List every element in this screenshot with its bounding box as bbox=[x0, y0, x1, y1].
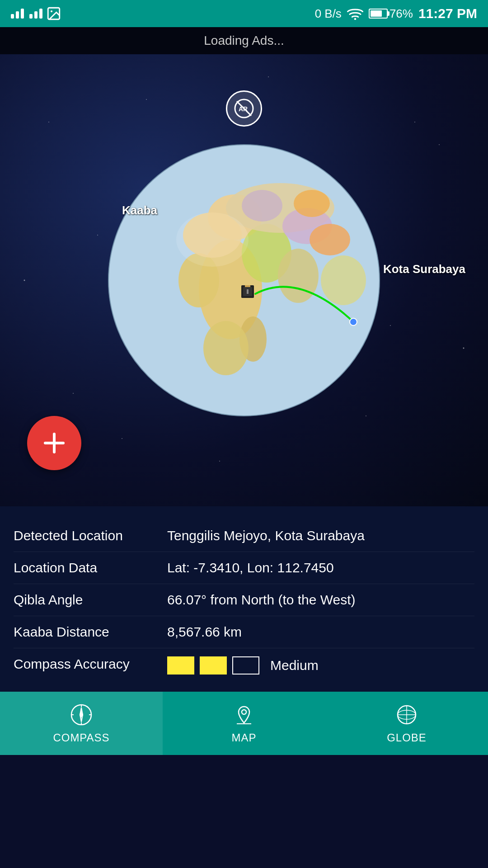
svg-point-13 bbox=[321, 255, 366, 305]
signal2-icon bbox=[29, 9, 42, 19]
signal-icon bbox=[11, 9, 24, 19]
accuracy-bar-3 bbox=[232, 656, 259, 675]
svg-point-12 bbox=[278, 249, 319, 303]
svg-point-2 bbox=[354, 18, 357, 20]
fab-button[interactable] bbox=[27, 416, 81, 470]
accuracy-bar-2 bbox=[200, 656, 227, 675]
qibla-angle-label: Qibla Angle bbox=[14, 592, 158, 608]
globe-icon bbox=[395, 703, 418, 728]
status-bar: 0 B/s 76% 11:27 PM bbox=[0, 0, 488, 27]
kaaba-distance-value: 8,567.66 km bbox=[167, 624, 474, 640]
location-data-label: Location Data bbox=[14, 560, 158, 576]
globe-area[interactable]: AR bbox=[0, 54, 488, 506]
svg-point-27 bbox=[350, 318, 357, 326]
globe-visualization bbox=[90, 127, 398, 434]
info-panel: Detected Location Tenggilis Mejoyo, Kota… bbox=[0, 506, 488, 692]
bottom-nav: COMPASS MAP GLOBE bbox=[0, 692, 488, 755]
svg-point-41 bbox=[242, 710, 246, 714]
nav-compass-label: COMPASS bbox=[53, 731, 109, 744]
detected-location-value: Tenggilis Mejoyo, Kota Surabaya bbox=[167, 528, 474, 543]
svg-point-16 bbox=[203, 321, 249, 375]
nav-globe-label: GLOBE bbox=[387, 731, 427, 744]
ar-button[interactable]: AR bbox=[226, 90, 262, 127]
compass-accuracy-row: Compass Accuracy Medium bbox=[14, 648, 474, 683]
qibla-angle-value: 66.07° from North (to the West) bbox=[167, 592, 474, 608]
compass-accuracy-label: Compass Accuracy bbox=[14, 656, 158, 672]
qibla-angle-row: Qibla Angle 66.07° from North (to the We… bbox=[14, 584, 474, 616]
svg-point-1 bbox=[51, 10, 52, 12]
time-display: 11:27 PM bbox=[418, 6, 477, 21]
accuracy-bar-1 bbox=[167, 656, 194, 675]
svg-point-29 bbox=[176, 212, 249, 267]
battery-pct: 76% bbox=[389, 7, 413, 21]
battery-indicator: 76% bbox=[369, 7, 413, 21]
svg-marker-35 bbox=[80, 708, 83, 715]
ad-bar: Loading Ads... bbox=[0, 27, 488, 54]
status-left bbox=[11, 6, 61, 21]
kaaba-distance-row: Kaaba Distance 8,567.66 km bbox=[14, 616, 474, 648]
location-data-value: Lat: -7.3410, Lon: 112.7450 bbox=[167, 560, 474, 576]
location-data-row: Location Data Lat: -7.3410, Lon: 112.745… bbox=[14, 552, 474, 584]
compass-icon bbox=[70, 703, 93, 728]
nav-map-label: MAP bbox=[231, 731, 256, 744]
kaaba-distance-label: Kaaba Distance bbox=[14, 624, 158, 640]
image-icon bbox=[46, 6, 61, 21]
nav-globe[interactable]: GLOBE bbox=[325, 692, 488, 755]
svg-rect-25 bbox=[245, 285, 250, 287]
nav-compass[interactable]: COMPASS bbox=[0, 692, 163, 755]
svg-point-20 bbox=[242, 190, 282, 222]
status-right: 0 B/s 76% 11:27 PM bbox=[315, 6, 477, 21]
svg-text:AR: AR bbox=[239, 105, 248, 113]
svg-point-21 bbox=[310, 224, 350, 255]
svg-marker-36 bbox=[80, 715, 83, 722]
svg-point-22 bbox=[294, 190, 330, 217]
detected-location-row: Detected Location Tenggilis Mejoyo, Kota… bbox=[14, 520, 474, 552]
network-speed: 0 B/s bbox=[315, 7, 342, 21]
compass-accuracy-value: Medium bbox=[270, 658, 319, 673]
nav-map[interactable]: MAP bbox=[163, 692, 325, 755]
wifi-icon bbox=[347, 7, 363, 20]
accuracy-bars: Medium bbox=[167, 656, 319, 675]
map-icon bbox=[232, 703, 256, 728]
svg-rect-26 bbox=[247, 289, 249, 294]
detected-location-label: Detected Location bbox=[14, 528, 158, 543]
